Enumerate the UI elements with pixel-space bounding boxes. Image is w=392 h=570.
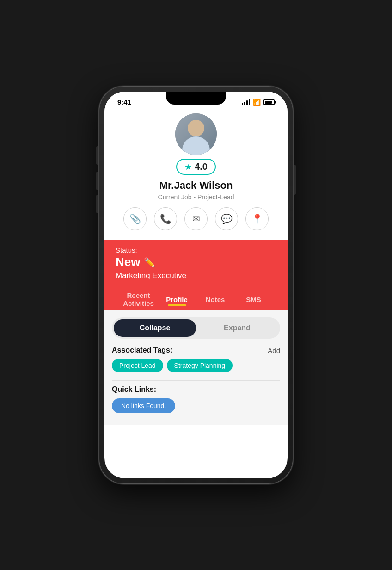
contact-name: Mr.Jack Wilson <box>159 180 233 192</box>
location-button[interactable]: 📍 <box>245 207 269 230</box>
status-time: 9:41 <box>117 98 131 106</box>
email-icon: ✉ <box>192 213 200 224</box>
tag-project-lead[interactable]: Project Lead <box>112 359 163 372</box>
attachment-button[interactable]: 📎 <box>123 207 147 230</box>
tags-section-header: Associated Tags: Add <box>112 346 280 354</box>
phone-icon: 📞 <box>160 213 172 224</box>
tab-profile[interactable]: Profile <box>158 291 196 306</box>
divider <box>112 380 280 381</box>
avatar-image <box>175 113 217 155</box>
tab-notes[interactable]: Notes <box>196 291 234 306</box>
phone-outer: 9:41 📶 <box>99 86 293 484</box>
phone-button[interactable]: 📞 <box>154 207 177 230</box>
avatar-body <box>182 136 210 155</box>
rating-value: 4.0 <box>195 161 208 172</box>
status-value: New <box>116 255 140 269</box>
no-links-button[interactable]: No links Found. <box>112 398 175 413</box>
tab-recent-activities[interactable]: Recent Activities <box>119 287 158 310</box>
phone-screen: 9:41 📶 <box>104 92 288 478</box>
expand-button[interactable]: Expand <box>196 319 278 337</box>
quick-links-section: Quick Links: No links Found. <box>112 385 280 413</box>
chat-icon: 💬 <box>221 213 233 224</box>
quick-links-header: Quick Links: <box>112 385 280 394</box>
battery-icon <box>263 99 275 105</box>
notch <box>166 92 226 105</box>
add-tag-button[interactable]: Add <box>268 347 280 354</box>
collapse-button[interactable]: Collapse <box>114 319 196 337</box>
signal-bars-icon <box>242 99 250 105</box>
tabs-row: Recent Activities Profile Notes SMS <box>116 287 276 310</box>
status-value-row: New ✏️ <box>116 255 276 269</box>
profile-section: ★ 4.0 Mr.Jack Wilson Current Job - Proje… <box>104 109 288 240</box>
tags-section-title: Associated Tags: <box>112 346 172 354</box>
tab-active-indicator <box>168 304 186 306</box>
quick-links-title: Quick Links: <box>112 385 156 394</box>
star-icon: ★ <box>184 162 192 172</box>
tag-strategy-planning[interactable]: Strategy Planning <box>167 359 233 372</box>
status-label: Status: <box>116 246 276 254</box>
avatar <box>175 113 217 155</box>
wifi-icon: 📶 <box>253 99 261 106</box>
action-icons-row: 📎 📞 ✉ 💬 📍 <box>123 207 269 230</box>
status-subtitle: Marketing Executive <box>116 271 276 280</box>
rating-badge: ★ 4.0 <box>176 159 216 175</box>
status-icons: 📶 <box>242 99 275 106</box>
contact-job: Current Job - Project-Lead <box>158 193 234 201</box>
chat-button[interactable]: 💬 <box>215 207 238 230</box>
edit-icon[interactable]: ✏️ <box>144 257 155 268</box>
avatar-head <box>188 120 204 136</box>
phone-wrapper: 9:41 📶 <box>99 86 293 484</box>
red-banner: Status: New ✏️ Marketing Executive Recen… <box>104 240 288 310</box>
attachment-icon: 📎 <box>129 213 141 224</box>
toggle-container: Collapse Expand <box>112 317 280 339</box>
tags-row: Project Lead Strategy Planning <box>112 359 280 372</box>
avatar-person <box>175 113 217 155</box>
tab-sms[interactable]: SMS <box>234 291 273 306</box>
email-button[interactable]: ✉ <box>184 207 208 230</box>
location-icon: 📍 <box>251 213 263 224</box>
content-area: Collapse Expand Associated Tags: Add Pro… <box>104 310 288 425</box>
